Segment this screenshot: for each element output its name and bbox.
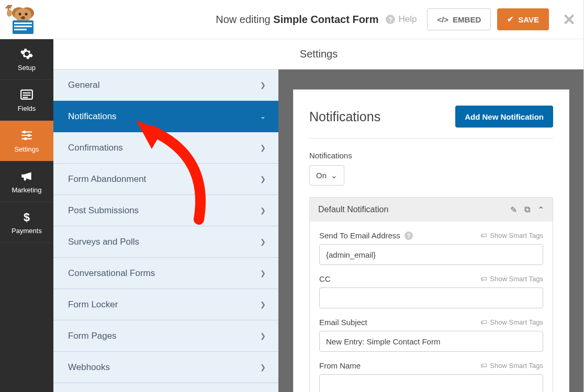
chevron-right-icon: ❯ <box>260 301 266 308</box>
chevron-right-icon: ❯ <box>260 238 266 246</box>
sidebar-item-marketing[interactable]: Marketing <box>0 162 53 202</box>
svg-rect-7 <box>14 22 32 24</box>
gear-icon <box>20 47 33 61</box>
settings-item-form-pages[interactable]: Form Pages❯ <box>53 320 278 352</box>
svg-point-4 <box>25 13 28 16</box>
sidebar-label: Payments <box>12 227 42 235</box>
settings-item-conversational[interactable]: Conversational Forms❯ <box>53 258 278 289</box>
help-icon[interactable]: ? <box>405 232 413 240</box>
svg-rect-9 <box>14 29 27 30</box>
sidebar: Setup Fields Settings Marketing $ Paymen… <box>0 39 53 392</box>
chevron-right-icon: ❯ <box>260 206 266 214</box>
send-to-input[interactable] <box>319 244 543 265</box>
list-icon <box>20 88 33 101</box>
edit-icon[interactable]: ✎ <box>510 205 517 215</box>
send-to-label: Send To Email Address? <box>319 231 413 240</box>
content-panel: Notifications Add New Notification Notif… <box>293 89 569 392</box>
svg-text:$: $ <box>24 211 30 224</box>
smart-tags-link[interactable]: 🏷Show Smart Tags <box>480 232 543 239</box>
settings-item-confirmations[interactable]: Confirmations❯ <box>53 132 278 164</box>
content-header: Notifications Add New Notification <box>309 106 553 139</box>
help-link[interactable]: ? Help <box>386 14 417 25</box>
code-icon: </> <box>437 15 448 24</box>
settings-header: Settings <box>53 39 584 70</box>
sidebar-item-setup[interactable]: Setup <box>0 39 53 80</box>
settings-item-form-abandonment[interactable]: Form Abandonment❯ <box>53 164 278 195</box>
svg-point-10 <box>7 9 12 17</box>
sidebar-item-payments[interactable]: $ Payments <box>0 202 53 243</box>
tag-icon: 🏷 <box>480 362 487 370</box>
settings-item-general[interactable]: General❯ <box>53 70 278 101</box>
sidebar-item-settings[interactable]: Settings <box>0 121 53 162</box>
settings-item-post-submissions[interactable]: Post Submissions❯ <box>53 195 278 226</box>
smart-tags-link[interactable]: 🏷Show Smart Tags <box>480 362 543 370</box>
cc-input[interactable] <box>319 287 543 308</box>
close-icon[interactable]: ✕ <box>563 10 576 29</box>
save-button[interactable]: ✔ SAVE <box>497 8 549 30</box>
chevron-right-icon: ❯ <box>260 332 266 340</box>
subject-input[interactable] <box>319 331 543 352</box>
notifications-toggle[interactable]: On ⌄ <box>309 165 344 186</box>
dollar-icon: $ <box>20 210 33 224</box>
settings-item-surveys-polls[interactable]: Surveys and Polls❯ <box>53 226 278 258</box>
help-icon: ? <box>386 15 395 24</box>
topbar: Now editing Simple Contact Form ? Help <… <box>0 0 584 39</box>
svg-point-5 <box>21 16 25 19</box>
svg-rect-8 <box>14 26 32 27</box>
tag-icon: 🏷 <box>480 275 487 283</box>
collapse-icon[interactable]: ⌃ <box>537 205 544 215</box>
svg-point-16 <box>23 131 26 133</box>
embed-button[interactable]: </> EMBED <box>427 8 491 30</box>
chevron-down-icon: ⌄ <box>331 171 338 180</box>
bullhorn-icon <box>20 169 33 183</box>
settings-body: General❯ Notifications⌄ Confirmations❯ F… <box>53 70 584 392</box>
wpforms-logo <box>5 4 41 35</box>
sliders-icon <box>20 129 33 142</box>
toggle-label: Notifications <box>309 151 553 160</box>
cc-label: CC <box>319 274 331 283</box>
check-icon: ✔ <box>507 15 514 24</box>
smart-tags-link[interactable]: 🏷Show Smart Tags <box>480 318 543 326</box>
from-name-input[interactable] <box>319 374 543 392</box>
sidebar-item-fields[interactable]: Fields <box>0 80 53 121</box>
notification-box: Default Notification ✎ ⧉ ⌃ Send To Email… <box>309 197 553 392</box>
chevron-down-icon: ⌄ <box>260 112 266 120</box>
notification-body: Send To Email Address? 🏷Show Smart Tags … <box>310 222 553 392</box>
settings-list: General❯ Notifications⌄ Confirmations❯ F… <box>53 70 278 392</box>
subject-label: Email Subject <box>319 318 367 327</box>
svg-point-20 <box>24 137 27 140</box>
sidebar-label: Fields <box>18 105 36 112</box>
sidebar-label: Marketing <box>12 186 41 194</box>
from-name-label: From Name <box>319 361 361 370</box>
svg-point-18 <box>28 134 30 136</box>
settings-item-webhooks[interactable]: Webhooks❯ <box>53 352 278 383</box>
chevron-right-icon: ❯ <box>260 363 266 371</box>
svg-point-2 <box>15 8 31 22</box>
main: Setup Fields Settings Marketing $ Paymen… <box>0 39 584 392</box>
smart-tags-link[interactable]: 🏷Show Smart Tags <box>480 275 543 283</box>
svg-point-3 <box>19 13 21 16</box>
content-wrap: Notifications Add New Notification Notif… <box>278 70 584 392</box>
settings-item-form-locker[interactable]: Form Locker❯ <box>53 289 278 320</box>
settings-area: Settings General❯ Notifications⌄ Confirm… <box>53 39 584 392</box>
chevron-right-icon: ❯ <box>260 175 266 183</box>
notification-box-header: Default Notification ✎ ⧉ ⌃ <box>310 198 553 222</box>
settings-item-notifications[interactable]: Notifications⌄ <box>53 101 278 132</box>
panel-title: Notifications <box>309 109 380 124</box>
chevron-right-icon: ❯ <box>260 81 266 89</box>
chevron-right-icon: ❯ <box>260 269 266 277</box>
duplicate-icon[interactable]: ⧉ <box>524 205 530 215</box>
tag-icon: 🏷 <box>480 232 487 239</box>
add-notification-button[interactable]: Add New Notification <box>455 106 553 128</box>
editing-label: Now editing Simple Contact Form <box>216 14 378 26</box>
sidebar-label: Settings <box>15 145 39 153</box>
chevron-right-icon: ❯ <box>260 144 266 152</box>
sidebar-label: Setup <box>18 64 36 72</box>
tag-icon: 🏷 <box>480 318 487 326</box>
